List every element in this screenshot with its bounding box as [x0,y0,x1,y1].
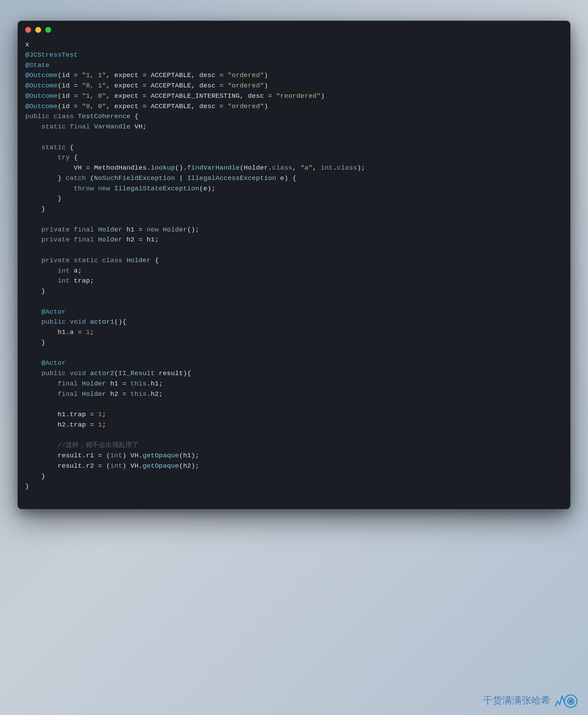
code-token [74,113,78,120]
code-token: lookup [151,164,175,172]
code-token: , expect = ACCEPTABLE, desc = [106,103,227,110]
code-token: (Holder. [240,164,272,172]
code-token [25,441,58,449]
code-token: ) [264,103,268,110]
code-token: try [58,154,70,161]
code-token: Holder [98,226,122,233]
code-token [94,226,98,233]
code-line: x [25,40,563,50]
code-line: static { [25,143,563,153]
code-token [66,123,70,131]
code-content[interactable]: x@JCStressTest@State@Outcome(id = "1, 1"… [18,36,570,509]
code-token: @JCStressTest [25,51,78,59]
close-icon[interactable] [25,27,31,33]
code-token: "1, 1" [82,72,106,79]
zoom-icon[interactable] [45,27,51,33]
code-token [110,185,114,192]
code-token: private [41,257,70,264]
code-token: @State [25,61,49,69]
code-line: public void actor2(II_Result result){ [25,369,563,379]
code-token: final [58,390,78,398]
code-line: try { [25,153,563,163]
code-line: h2.trap = 1; [25,420,563,430]
code-token: h2 = h1; [122,236,159,244]
code-token: h2 = [106,390,130,398]
code-line [25,245,563,256]
code-token: "a" [301,164,313,172]
code-token [70,236,74,244]
code-token [25,123,41,131]
code-token: (id = [58,82,82,89]
code-token: ) [264,72,268,79]
code-token: class [337,164,357,172]
code-token: Holder [98,236,122,244]
code-token: (id = [58,92,82,100]
code-token: Holder [82,380,106,388]
code-line [25,297,563,307]
code-token: ; [102,421,106,429]
code-line: throw new IllegalStateException(e); [25,184,563,194]
code-token: private [41,226,70,233]
code-line: } catch (NoSuchFieldException | IllegalA… [25,173,563,184]
watermark-text: 干货满满张哈希 [483,694,551,707]
code-token: //这样，就不会出现乱序了 [58,441,139,449]
code-token [25,308,41,316]
code-token: (id = [58,103,82,110]
code-token [98,257,102,264]
code-token: ) [321,92,325,100]
code-token: new [146,226,159,233]
code-token: VarHandle [94,123,130,131]
code-token [25,185,74,192]
code-token: , expect = ACCEPTABLE, desc = [106,82,227,89]
code-token [25,257,41,264]
code-token: TestCoherence [78,113,130,120]
code-token [25,380,58,388]
code-line: } [25,471,563,482]
code-token: catch [66,174,86,182]
code-token: ) [264,82,268,89]
code-token: final [74,226,94,233]
code-line: h1.a = 1; [25,327,563,338]
code-line: } [25,286,563,297]
code-token [25,267,58,275]
code-line: @Outcome(id = "0, 0", expect = ACCEPTABL… [25,102,563,112]
code-token: , expect = ACCEPTABLE_INTERESTING, desc … [106,92,276,100]
watermark: 干货满满张哈希 [483,691,578,710]
code-line: private static class Holder { [25,256,563,266]
code-token [25,144,41,151]
code-token: throw [74,185,94,192]
code-token: final [58,380,78,388]
code-token: public [25,113,49,120]
code-line: } [25,194,563,204]
code-token [25,236,41,244]
code-token: (h1); [179,452,199,459]
code-line: @JCStressTest [25,50,563,60]
code-line: } [25,204,563,214]
minimize-icon[interactable] [35,27,41,33]
code-token: 1 [86,328,90,336]
code-line [25,348,563,359]
code-line: //这样，就不会出现乱序了 [25,440,563,451]
code-token: new [98,185,110,192]
code-token: } [25,473,46,480]
code-token [94,185,98,192]
code-token: } [25,205,46,213]
code-token: { [151,257,159,264]
code-token: "1, 0" [82,92,106,100]
code-token [70,257,74,264]
code-line: result.r1 = (int) VH.getOpaque(h1); [25,451,563,461]
code-token: static [41,144,66,151]
svg-point-2 [569,700,572,703]
code-token: h1 = [106,380,130,388]
code-token: x [25,41,29,48]
code-token: @Actor [41,359,66,367]
code-token [86,370,90,377]
code-token: ( [86,174,94,182]
code-token [78,380,82,388]
code-token: } [25,195,61,202]
code-token: actor2 [90,370,114,377]
code-token: { [66,144,74,151]
code-token: "reordered" [276,92,321,100]
code-token: Holder [126,257,151,264]
code-line: @Actor [25,358,563,369]
